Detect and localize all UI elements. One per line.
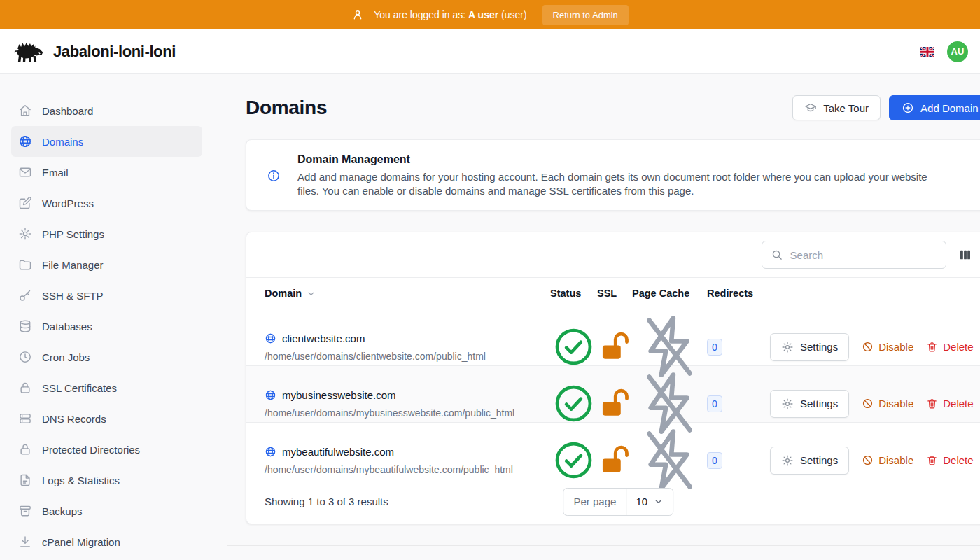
table-footer: Showing 1 to 3 of 3 results Per page 10 [246,479,980,524]
globe-icon [18,134,32,148]
trash-icon [926,454,938,466]
column-header-domain[interactable]: Domain [263,288,550,299]
redirects-count-badge: 0 [707,396,722,412]
domain-name[interactable]: clientwebsite.com [282,332,365,344]
sidebar-item-ssl-certificates[interactable]: SSL Certificates [11,372,202,403]
return-to-admin-button[interactable]: Return to Admin [542,5,629,25]
sidebar-item-dns-records[interactable]: DNS Records [11,403,202,434]
table-row: mybeautifulwebsite.com /home/user/domain… [246,423,980,479]
settings-button[interactable]: Settings [770,390,849,418]
database-icon [18,319,32,333]
delete-link[interactable]: Delete [926,454,973,466]
sidebar-item-protected-directories[interactable]: Protected Directories [11,434,202,465]
ban-icon [862,341,874,353]
add-domain-button[interactable]: Add Domain [889,95,980,120]
domain-path: /home/user/domains/mybusinesswebsite.com… [265,407,550,419]
domain-name[interactable]: mybusinesswebsite.com [282,389,396,401]
sidebar-item-email[interactable]: Email [11,157,202,188]
sidebar-item-logs-statistics[interactable]: Logs & Statistics [11,465,202,496]
sidebar-item-file-manager[interactable]: File Manager [11,249,202,280]
take-tour-button[interactable]: Take Tour [792,95,881,120]
gear-icon [18,227,32,241]
table-header-row: Domain Status SSL Page Cache Redirects [246,277,980,309]
main-content: Domains Take Tour Add Domain Domain Mana… [224,74,980,560]
column-header-redirects: Redirects [707,288,770,299]
brand-name: Jabaloni-loni-loni [53,43,176,61]
table-row: mybusinesswebsite.com /home/user/domains… [246,366,980,423]
disable-link[interactable]: Disable [862,341,913,353]
domain-path: /home/user/domains/mybeautifulwebsite.co… [265,464,550,475]
ssl-unlocked-icon [597,443,632,478]
sidebar-item-cron-jobs[interactable]: Cron Jobs [11,342,202,372]
per-page-value: 10 [636,496,648,507]
search-input[interactable] [762,241,946,269]
sidebar-item-backups[interactable]: Backups [11,496,202,526]
language-flag-icon[interactable] [920,47,934,57]
folder-icon [18,258,32,272]
mail-icon [18,165,32,179]
redirects-count-badge: 0 [707,339,722,356]
trash-icon [926,341,938,353]
settings-button[interactable]: Settings [770,333,849,361]
document-icon [18,473,32,487]
home-icon [18,104,32,118]
settings-button[interactable]: Settings [770,447,849,475]
delete-link[interactable]: Delete [926,398,973,410]
server-icon [18,412,32,426]
trash-icon [926,398,938,410]
globe-icon [265,332,276,344]
user-avatar[interactable]: AU [947,41,968,62]
sidebar-item-domains[interactable]: Domains [11,126,202,157]
boar-logo [11,38,46,65]
table-row: clientwebsite.com /home/user/domains/cli… [246,309,980,366]
app-header: Jabaloni-loni-loni AU [0,29,980,74]
page-end-divider [227,545,980,546]
per-page-control[interactable]: Per page 10 [564,488,674,516]
sidebar-item-dashboard[interactable]: Dashboard [11,95,202,126]
domain-name[interactable]: mybeautifulwebsite.com [282,446,394,458]
disable-link[interactable]: Disable [862,398,913,410]
ssl-unlocked-icon [597,330,632,365]
sidebar-item-php-settings[interactable]: PHP Settings [11,218,202,249]
banner-message: You are logged in as: A user (user) [374,9,526,20]
banner-user-role: (user) [501,9,527,20]
columns-toggle-icon[interactable] [958,248,972,262]
info-card: Domain Management Add and manage domains… [246,139,980,211]
sidebar-item-databases[interactable]: Databases [11,311,202,342]
sidebar-item-cpanel-migration[interactable]: cPanel Migration [11,526,202,557]
lock-icon [18,442,32,456]
archive-icon [18,504,32,518]
info-card-title: Domain Management [298,153,934,166]
gear-icon [781,454,794,467]
banner-user-name: A user [468,9,498,20]
sidebar-item-wordpress[interactable]: WordPress [11,188,202,218]
clock-icon [18,350,32,364]
column-header-ssl: SSL [597,288,632,299]
ssl-unlocked-icon [597,386,632,421]
sidebar-item-ssh-sftp[interactable]: SSH & SFTP [11,280,202,311]
delete-link[interactable]: Delete [926,341,973,353]
per-page-label: Per page [564,489,627,515]
chevron-down-icon [306,288,316,299]
search-icon [771,248,783,261]
domain-path: /home/user/domains/clientwebsite.com/pub… [265,351,550,362]
status-ok-icon [550,380,597,427]
download-icon [18,535,32,549]
status-ok-icon [550,323,597,370]
redirects-count-badge: 0 [707,452,722,469]
status-ok-icon [550,437,597,484]
graduation-cap-icon [804,102,817,114]
plus-circle-icon [902,102,914,114]
edit-icon [18,196,32,210]
info-card-body: Add and manage domains for your hosting … [298,170,934,198]
disable-link[interactable]: Disable [862,454,913,466]
person-icon [351,8,364,21]
impersonation-banner: You are logged in as: A user (user) Retu… [0,0,980,29]
ban-icon [862,398,874,410]
ban-icon [862,454,874,466]
sidebar: Dashboard Domains Email WordPress PHP Se… [0,74,224,560]
lock-icon [18,381,32,395]
chevron-down-icon [653,496,664,507]
domains-table-card: Domain Status SSL Page Cache Redirects c… [246,232,980,524]
gear-icon [781,398,794,410]
